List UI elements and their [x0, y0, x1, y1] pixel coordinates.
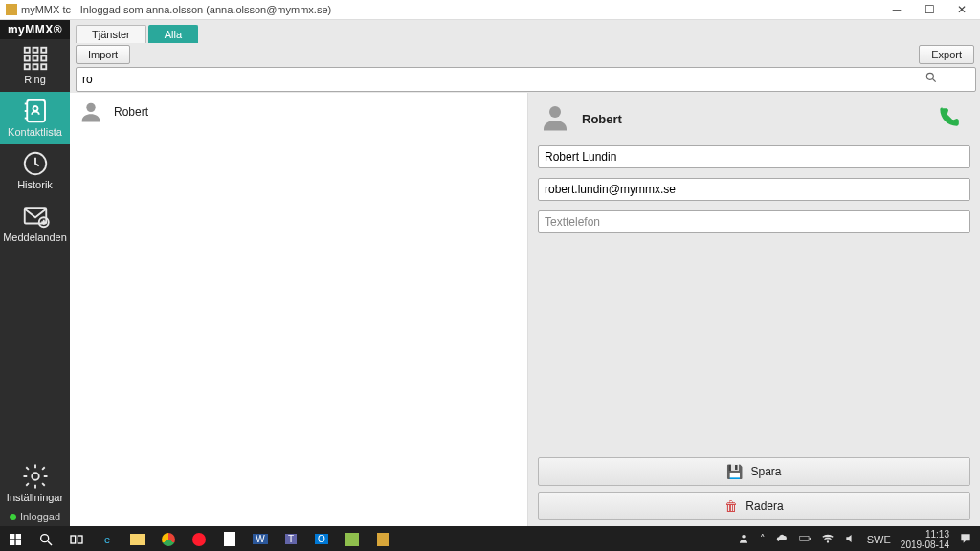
svg-rect-6 — [24, 64, 29, 69]
export-button[interactable]: Export — [919, 45, 974, 64]
sidebar-item-installningar[interactable]: Inställningar — [0, 459, 70, 507]
svg-point-31 — [742, 534, 746, 538]
svg-rect-8 — [41, 64, 46, 69]
maximize-button[interactable]: ☐ — [913, 0, 946, 19]
svg-rect-7 — [33, 64, 37, 69]
search-input-wrap — [76, 67, 944, 92]
sidebar-item-kontaktlista[interactable]: Kontaktlista — [0, 92, 70, 144]
start-button[interactable] — [0, 526, 31, 551]
sidebar-item-ring[interactable]: Ring — [0, 39, 70, 92]
taskbar-app-edge[interactable]: e — [92, 526, 122, 551]
svg-rect-23 — [10, 534, 14, 539]
tray-wifi-icon[interactable] — [821, 532, 835, 547]
svg-point-34 — [827, 540, 828, 541]
taskbar-app-explorer[interactable] — [122, 526, 153, 551]
detail-name: Robert — [582, 112, 622, 126]
svg-rect-3 — [24, 56, 29, 61]
sidebar-item-label: Meddelanden — [3, 231, 67, 243]
taskbar-search-button[interactable] — [31, 526, 61, 551]
taskbar-app-chrome[interactable] — [153, 526, 184, 551]
close-button[interactable]: ✕ — [946, 0, 978, 19]
svg-rect-32 — [800, 536, 809, 540]
search-icon — [924, 71, 938, 87]
tray-clock[interactable]: 11:13 2019-08-14 — [901, 529, 949, 550]
delete-label: Radera — [746, 499, 783, 513]
sidebar-item-label: Kontaktlista — [8, 126, 62, 138]
avatar-icon — [538, 100, 572, 138]
search-row: + — [70, 66, 980, 93]
svg-point-27 — [41, 534, 49, 541]
gear-icon — [21, 464, 50, 489]
window-titlebar: myMMX tc - Inloggad som anna.olsson (ann… — [0, 0, 980, 20]
tray-cloud-icon[interactable] — [775, 532, 789, 547]
import-button[interactable]: Import — [76, 45, 130, 64]
sip-field[interactable] — [538, 178, 970, 201]
contacts-toolbar: Import Export — [70, 43, 980, 66]
search-input[interactable] — [76, 67, 976, 92]
call-button[interactable] — [936, 105, 961, 133]
tray-date: 2019-08-14 — [901, 540, 949, 550]
detail-buttons: 💾 Spara 🗑 Radera — [528, 457, 980, 526]
contact-detail: Robert 💾 Spara — [528, 93, 980, 526]
envelope-plus-icon — [21, 204, 50, 229]
save-label: Spara — [750, 465, 781, 478]
detail-header: Robert — [528, 93, 980, 145]
tab-alla[interactable]: Alla — [148, 25, 198, 43]
status-dot-online-icon — [10, 514, 16, 520]
taskbar-app-mymmx[interactable] — [368, 526, 398, 551]
taskbar-app-opera[interactable] — [184, 526, 214, 551]
avatar-icon — [78, 99, 104, 125]
sidebar-item-label: Inställningar — [7, 492, 63, 503]
tab-bar: Tjänster Alla — [70, 20, 980, 43]
tray-volume-icon[interactable] — [844, 532, 858, 547]
svg-rect-24 — [16, 534, 21, 539]
save-button[interactable]: 💾 Spara — [538, 457, 970, 486]
brand-logo: myMMX® — [0, 20, 70, 39]
svg-rect-29 — [71, 536, 76, 543]
status-label: Inloggad — [20, 511, 60, 522]
svg-line-28 — [48, 541, 52, 545]
tray-battery-icon[interactable] — [798, 532, 812, 547]
tray-chevron-up-icon[interactable]: ˄ — [760, 533, 766, 545]
sidebar-item-historik[interactable]: Historik — [0, 144, 70, 197]
address-book-icon — [21, 99, 50, 123]
task-view-button[interactable] — [61, 526, 92, 551]
window-title: myMMX tc - Inloggad som anna.olsson (ann… — [21, 4, 880, 15]
sidebar-item-label: Ring — [24, 74, 46, 85]
trash-icon: 🗑 — [724, 498, 738, 514]
list-item[interactable]: Robert — [70, 93, 527, 131]
svg-rect-0 — [24, 48, 29, 53]
svg-rect-26 — [16, 540, 21, 544]
main-panel: Tjänster Alla Import Export + — [70, 20, 980, 526]
app-icon — [6, 4, 17, 15]
svg-rect-33 — [809, 537, 810, 539]
minimize-button[interactable]: ─ — [880, 0, 913, 19]
svg-rect-25 — [10, 540, 14, 544]
svg-line-20 — [933, 79, 936, 82]
svg-rect-2 — [41, 48, 46, 53]
detail-form — [528, 145, 980, 233]
delete-button[interactable]: 🗑 Radera — [538, 492, 970, 520]
taskbar-app-teams[interactable]: T — [276, 526, 306, 551]
svg-point-18 — [32, 473, 39, 480]
taskbar-app-word[interactable]: W — [245, 526, 276, 551]
svg-rect-5 — [41, 56, 46, 61]
svg-point-22 — [549, 106, 561, 118]
tray-people-icon[interactable] — [737, 532, 750, 547]
action-center-icon[interactable] — [959, 532, 972, 547]
tray-language[interactable]: SWE — [867, 534, 891, 545]
window-buttons: ─ ☐ ✕ — [880, 0, 978, 19]
svg-rect-4 — [33, 56, 37, 61]
sidebar-item-meddelanden[interactable]: Meddelanden — [0, 197, 70, 250]
svg-point-19 — [926, 73, 933, 79]
tab-tjanster[interactable]: Tjänster — [76, 25, 146, 43]
tray-time: 11:13 — [925, 529, 949, 540]
svg-rect-30 — [78, 536, 82, 543]
texttelefon-field[interactable] — [538, 210, 970, 233]
sidebar-item-label: Historik — [17, 179, 53, 190]
taskbar-app-doc[interactable] — [214, 526, 245, 551]
taskbar-app-generic[interactable] — [337, 526, 368, 551]
svg-point-21 — [86, 103, 95, 112]
name-field[interactable] — [538, 145, 970, 168]
taskbar-app-outlook[interactable]: O — [306, 526, 337, 551]
